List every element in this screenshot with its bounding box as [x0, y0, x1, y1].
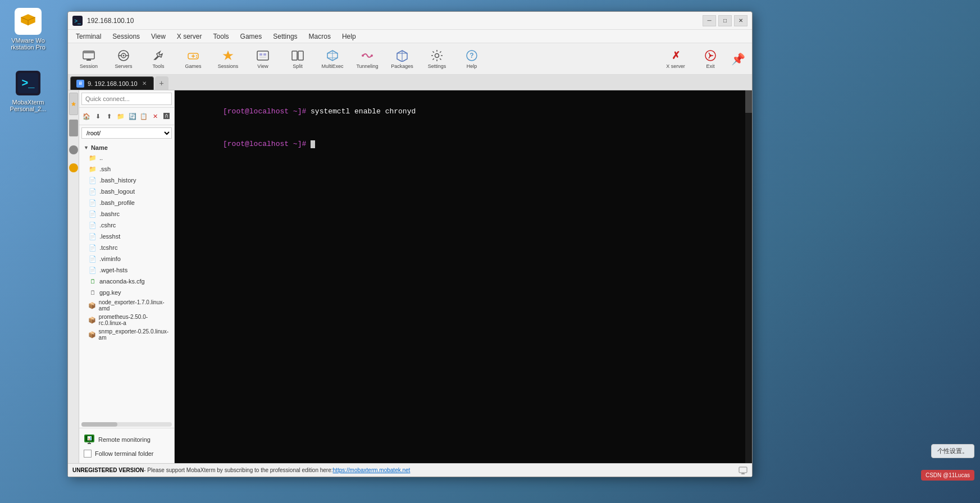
- close-button[interactable]: ✕: [734, 15, 747, 26]
- session-icon: [82, 49, 95, 62]
- remote-monitoring-btn[interactable]: 📊 Remote monitoring: [84, 432, 170, 447]
- tab-bar: 🖥 9. 192.168.100.10 ✕ +: [68, 75, 752, 90]
- sidebar-btn-rename[interactable]: 🅰: [162, 110, 172, 122]
- menu-view[interactable]: View: [145, 31, 171, 42]
- item-label: .bash_profile: [99, 199, 135, 206]
- tools-label: Tools: [152, 63, 164, 69]
- thin-sidebar-star[interactable]: [69, 93, 78, 115]
- toolbar-tools-btn[interactable]: Tools: [142, 45, 175, 72]
- sidebar-btn-home[interactable]: 🏠: [81, 110, 92, 122]
- csdn-badge: CSDN @11Lucas: [921, 470, 974, 481]
- file-tree-header: ▼ Name: [79, 143, 174, 152]
- list-item[interactable]: 📄 .viminfo: [79, 253, 174, 264]
- list-item[interactable]: 📄 .bash_profile: [79, 197, 174, 208]
- item-label: prometheus-2.50.0-rc.0.linux-a: [99, 314, 170, 326]
- list-item[interactable]: 📦 prometheus-2.50.0-rc.0.linux-a: [79, 313, 174, 327]
- toolbar-games-btn[interactable]: Games: [177, 45, 209, 72]
- toolbar-exit-btn[interactable]: Exit: [694, 45, 727, 72]
- terminal-scrollbar-thumb[interactable]: [745, 90, 752, 113]
- terminal-area[interactable]: [root@localhost ~]# systemctl enable chr…: [175, 90, 752, 463]
- list-item[interactable]: 🗒 anaconda-ks.cfg: [79, 276, 174, 287]
- thin-sidebar-status[interactable]: [69, 163, 78, 172]
- toolbar-sessions-btn[interactable]: Sessions: [212, 45, 244, 72]
- toolbar-split-btn[interactable]: Split: [281, 45, 314, 72]
- toolbar-tunneling-btn[interactable]: Tunneling: [351, 45, 384, 72]
- toolbar-help-btn[interactable]: ? Help: [455, 45, 488, 72]
- split-icon: [291, 49, 304, 62]
- minimize-button[interactable]: ─: [703, 15, 716, 26]
- list-item[interactable]: 📄 .wget-hsts: [79, 264, 174, 276]
- mobaxterm-label: MobaXtermPersonal_2...: [10, 99, 47, 112]
- thin-sidebar-circle[interactable]: [69, 145, 78, 154]
- sidebar-btn-delete[interactable]: ✕: [150, 110, 160, 122]
- pin-right-icon[interactable]: 📌: [729, 50, 747, 68]
- help-icon: ?: [465, 49, 478, 62]
- item-label: .wget-hsts: [99, 267, 127, 273]
- toolbar-servers-btn[interactable]: Servers: [107, 45, 140, 72]
- status-message: - Please support MobaXterm by subscribin…: [144, 467, 332, 473]
- folder-path-select[interactable]: /root/: [81, 127, 172, 139]
- pkg-file-icon: 📦: [88, 301, 97, 310]
- list-item[interactable]: 📦 snmp_exporter-0.25.0.linux-am: [79, 327, 174, 342]
- terminal-prompt-1: [root@localhost ~]#: [223, 107, 311, 116]
- folder-icon: 📁: [88, 164, 97, 173]
- menu-terminal[interactable]: Terminal: [70, 31, 107, 42]
- sidebar-btn-refresh[interactable]: 🔄: [127, 110, 138, 122]
- menu-help[interactable]: Help: [336, 31, 362, 42]
- status-monitor-icon: [739, 466, 747, 475]
- list-item[interactable]: 📄 .bash_history: [79, 175, 174, 186]
- settings-label: Settings: [428, 63, 446, 69]
- menu-macros[interactable]: Macros: [303, 31, 336, 42]
- mobaxterm-desktop-icon[interactable]: >_ MobaXtermPersonal_2...: [6, 67, 51, 115]
- maximize-button[interactable]: □: [718, 15, 732, 26]
- sidebar-btn-clipboard[interactable]: 📋: [139, 110, 149, 122]
- vmware-desktop-icon[interactable]: VMware Wo rkstation Pro: [6, 6, 51, 53]
- list-item[interactable]: 📁 ..: [79, 152, 174, 163]
- svg-rect-7: [83, 51, 94, 53]
- new-tab-btn[interactable]: +: [155, 76, 168, 90]
- file-tree: ▼ Name 📁 .. 📁 .ssh 📄 .bash_history: [79, 141, 174, 421]
- window-icon: >_: [72, 16, 83, 26]
- svg-text:📊: 📊: [87, 436, 92, 441]
- toolbar-settings-btn[interactable]: Settings: [421, 45, 453, 72]
- terminal-tab[interactable]: 🖥 9. 192.168.100.10 ✕: [70, 76, 154, 90]
- sidebar-btn-download[interactable]: ⬇: [93, 110, 103, 122]
- list-item[interactable]: 📄 .cshrc: [79, 220, 174, 231]
- menu-xserver[interactable]: X server: [171, 31, 208, 42]
- list-item[interactable]: 📄 .tcshrc: [79, 242, 174, 253]
- list-item[interactable]: 📄 .bash_logout: [79, 186, 174, 197]
- menu-games[interactable]: Games: [235, 31, 268, 42]
- terminal-scrollbar[interactable]: [745, 90, 752, 463]
- thin-sidebar-arrow[interactable]: [69, 120, 78, 136]
- pkg-file-icon: 📦: [88, 315, 97, 324]
- quick-connect-input[interactable]: [81, 93, 172, 105]
- list-item[interactable]: 📁 .ssh: [79, 163, 174, 175]
- sidebar-btn-upload[interactable]: ⬆: [104, 110, 115, 122]
- sidebar-scrollbar-thumb[interactable]: [81, 422, 117, 427]
- toolbar-xserver-btn[interactable]: ✗ X server: [659, 45, 692, 72]
- menu-tools[interactable]: Tools: [208, 31, 235, 42]
- toolbar-multiexec-btn[interactable]: MultiExec: [316, 45, 349, 72]
- list-item[interactable]: 📦 node_exporter-1.7.0.linux-amd: [79, 298, 174, 313]
- file-browser-sidebar: 🏠 ⬇ ⬆ 📁 🔄 📋 ✕ 🅰 /root/ ▼: [79, 90, 175, 463]
- folder-selector: /root/: [81, 127, 172, 139]
- list-item[interactable]: 📄 .bashrc: [79, 208, 174, 220]
- item-label: snmp_exporter-0.25.0.linux-am: [99, 328, 170, 341]
- status-link[interactable]: https://mobaxterm.mobatek.net: [333, 467, 411, 473]
- svg-rect-26: [298, 51, 303, 60]
- toolbar-packages-btn[interactable]: Packages: [386, 45, 418, 72]
- follow-terminal-checkbox[interactable]: [84, 450, 92, 458]
- toolbar-view-btn[interactable]: View: [247, 45, 279, 72]
- list-item[interactable]: 🗒 gpg.key: [79, 287, 174, 298]
- toolbar-session-btn[interactable]: Session: [72, 45, 105, 72]
- tab-close-btn[interactable]: ✕: [141, 80, 148, 86]
- sidebar-btn-newfolder[interactable]: 📁: [116, 110, 126, 122]
- list-item[interactable]: 📄 .lesshst: [79, 231, 174, 242]
- terminal-line-1: [root@localhost ~]# systemctl enable chr…: [179, 95, 747, 128]
- multiexec-label: MultiExec: [321, 63, 343, 69]
- sidebar-scrollbar-track[interactable]: [81, 422, 172, 427]
- menu-sessions[interactable]: Sessions: [107, 31, 145, 42]
- menu-settings[interactable]: Settings: [267, 31, 303, 42]
- personalize-button[interactable]: 个性设置。: [931, 444, 974, 458]
- file-icon: 📄: [88, 187, 97, 196]
